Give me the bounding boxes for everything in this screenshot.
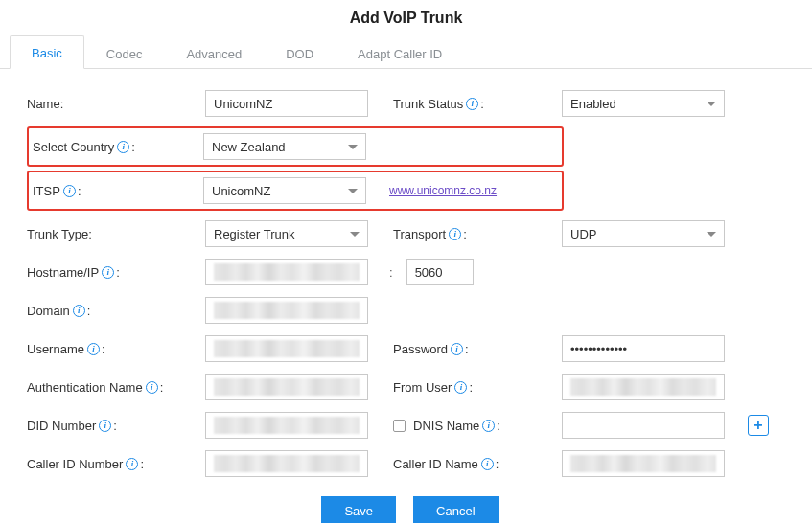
info-icon[interactable]: i <box>73 305 85 317</box>
tab-advanced[interactable]: Advanced <box>164 36 264 69</box>
add-did-button[interactable]: + <box>748 415 769 436</box>
page-title: Add VoIP Trunk <box>0 0 812 34</box>
label-username: Usernamei: <box>27 342 197 356</box>
chevron-down-icon <box>707 102 716 106</box>
select-transport[interactable]: UDP <box>562 220 725 247</box>
tab-dod[interactable]: DOD <box>264 36 336 69</box>
chevron-down-icon <box>707 232 716 237</box>
input-dnis-name[interactable] <box>562 412 725 439</box>
plus-icon: + <box>754 418 762 433</box>
input-hostname[interactable] <box>205 259 368 285</box>
label-did-number: DID Numberi: <box>27 419 197 433</box>
label-caller-id-name: Caller ID Namei: <box>383 457 554 471</box>
save-button[interactable]: Save <box>321 496 396 523</box>
info-icon[interactable]: i <box>117 141 129 153</box>
chevron-down-icon <box>350 232 360 237</box>
checkbox-dnis-name[interactable] <box>393 420 406 432</box>
input-caller-id-name[interactable] <box>562 450 725 477</box>
label-select-country: Select Countryi: <box>33 140 196 154</box>
input-auth-name[interactable] <box>205 374 368 400</box>
info-icon[interactable]: i <box>454 381 467 394</box>
port-separator: : <box>383 265 399 280</box>
label-transport: Transporti: <box>383 227 554 241</box>
select-trunk-type[interactable]: Register Trunk <box>205 220 368 247</box>
input-domain[interactable] <box>205 297 368 324</box>
label-caller-id-number: Caller ID Numberi: <box>27 457 197 471</box>
link-itsp-website[interactable]: www.unicomnz.co.nz <box>389 184 497 197</box>
chevron-down-icon <box>348 189 358 193</box>
tab-bar: Basic Codec Advanced DOD Adapt Caller ID <box>0 34 812 69</box>
tab-codec[interactable]: Codec <box>84 36 165 69</box>
input-caller-id-number[interactable] <box>205 450 368 477</box>
label-auth-name: Authentication Namei: <box>27 380 197 395</box>
input-password[interactable] <box>562 335 725 362</box>
info-icon[interactable]: i <box>449 228 461 240</box>
label-domain: Domaini: <box>27 304 197 318</box>
label-itsp: ITSPi: <box>33 184 196 198</box>
info-icon[interactable]: i <box>146 381 158 394</box>
info-icon[interactable]: i <box>451 343 463 355</box>
input-did-number[interactable] <box>205 412 368 439</box>
label-dnis-name: DNIS Namei: <box>383 419 554 433</box>
info-icon[interactable]: i <box>102 266 114 279</box>
info-icon[interactable]: i <box>126 458 138 470</box>
label-hostname: Hostname/IPi: <box>27 265 197 280</box>
highlight-select-country: Select Countryi: New Zealand <box>27 126 564 167</box>
label-trunk-type: Trunk Type: <box>27 227 197 241</box>
info-icon[interactable]: i <box>481 458 494 470</box>
cancel-button[interactable]: Cancel <box>413 496 498 523</box>
label-name: Name: <box>27 97 197 111</box>
info-icon[interactable]: i <box>63 185 76 197</box>
label-trunk-status: Trunk Statusi: <box>383 97 554 111</box>
input-name[interactable] <box>205 90 368 117</box>
select-trunk-status[interactable]: Enabled <box>562 90 725 117</box>
input-username[interactable] <box>205 335 368 362</box>
chevron-down-icon <box>348 145 358 149</box>
info-icon[interactable]: i <box>87 343 100 355</box>
form-basic: Name: Trunk Statusi: Enabled Select Coun… <box>0 69 812 523</box>
input-from-user[interactable] <box>562 374 725 400</box>
tab-adapt-caller-id[interactable]: Adapt Caller ID <box>336 36 464 69</box>
highlight-itsp: ITSPi: UnicomNZ www.unicomnz.co.nz <box>27 171 564 211</box>
select-itsp[interactable]: UnicomNZ <box>203 177 366 204</box>
info-icon[interactable]: i <box>99 420 111 432</box>
tab-basic[interactable]: Basic <box>10 35 84 69</box>
info-icon[interactable]: i <box>482 420 495 432</box>
select-country[interactable]: New Zealand <box>203 133 366 160</box>
input-port[interactable] <box>406 259 474 285</box>
label-password: Passwordi: <box>383 342 554 356</box>
label-from-user: From Useri: <box>383 380 554 395</box>
info-icon[interactable]: i <box>466 98 478 110</box>
